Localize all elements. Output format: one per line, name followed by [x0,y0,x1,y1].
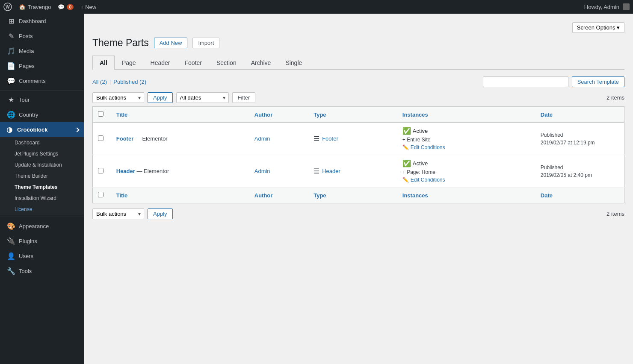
th-date[interactable]: Date [535,107,624,123]
sidebar-divider-1 [0,90,84,91]
top-bar-right: Howdy, Admin [584,3,630,10]
row2-pencil-icon: ✏️ [402,177,409,183]
bulk-actions-bottom-select[interactable]: Bulk actions Edit Move to Trash [92,208,144,219]
row1-type-label: Footer [322,135,338,142]
row1-instance-text: + Entire Site [402,137,530,143]
row2-title-dash: — Elementor [136,168,169,174]
actions-row-bottom: Bulk actions Edit Move to Trash Apply 2 … [92,208,624,219]
sidebar-item-country[interactable]: 🌐 Country [0,107,84,122]
select-all-checkbox-bottom[interactable] [98,192,104,197]
apply-button-top[interactable]: Apply [148,92,173,103]
bulk-actions-select[interactable]: Bulk actions Edit Move to Trash [92,92,144,103]
search-template-input[interactable] [483,76,568,87]
row1-title-link[interactable]: Footer [116,135,133,142]
submenu-item-license[interactable]: License [0,204,84,215]
items-count-top: 2 items [606,94,624,101]
row1-title-cell: Footer — Elementor [111,123,249,155]
tab-archive[interactable]: Archive [244,56,278,70]
tfh-instances[interactable]: Instances [397,188,535,203]
row2-instance-text: + Page: Home [402,169,530,175]
submenu-item-update[interactable]: Update & Installation [0,159,84,170]
row1-author-link[interactable]: Admin [254,135,270,142]
row2-type-cell: ☰ Header [308,155,397,188]
row2-author-link[interactable]: Admin [254,168,270,174]
tab-section[interactable]: Section [209,56,244,70]
sidebar-item-media[interactable]: 🎵 Media [0,44,84,59]
site-name[interactable]: 🏠 Travengo [19,4,51,10]
sidebar-item-appearance[interactable]: 🎨 Appearance [0,219,84,234]
row2-active-label: Active [413,160,428,167]
sidebar-item-posts[interactable]: ✎ Posts [0,29,84,44]
th-title[interactable]: Title [111,107,249,123]
submenu-item-theme-templates[interactable]: Theme Templates [0,182,84,193]
row1-edit-conditions[interactable]: ✏️ Edit Conditions [402,144,530,150]
row1-type-icon: ☰ [314,135,319,143]
row2-edit-conditions[interactable]: ✏️ Edit Conditions [402,177,530,183]
published-status-link[interactable]: Published (2) [113,79,146,85]
new-content-button[interactable]: + New [80,4,96,10]
screen-options-button[interactable]: Screen Options ▾ [572,22,624,33]
submenu-item-installation[interactable]: Installation Wizard [0,193,84,204]
search-template-button[interactable]: Search Template [572,76,624,87]
sidebar-item-pages[interactable]: 📄 Pages [0,59,84,73]
select-all-checkbox[interactable] [98,111,104,117]
row1-date-status: Published [541,131,619,139]
row1-date-cell: Published 2019/02/07 at 12:19 pm [535,123,624,155]
filter-button[interactable]: Filter [232,92,256,103]
row2-title-link[interactable]: Header [116,168,135,174]
sidebar-item-plugins[interactable]: 🔌 Plugins [0,234,84,249]
tour-icon: ★ [7,96,15,104]
page-title-row: Theme Parts Add New Import [92,37,624,49]
row2-type-icon: ☰ [314,167,319,175]
tab-single[interactable]: Single [278,56,309,70]
add-new-button[interactable]: Add New [154,38,188,48]
media-icon: 🎵 [7,47,15,55]
sidebar-item-dashboard[interactable]: ⊞ Dashboard [0,14,84,29]
tab-all[interactable]: All [92,56,115,70]
items-count-bottom: 2 items [606,211,624,217]
wp-logo-icon[interactable]: W [3,3,12,11]
row1-checkbox-cell [93,123,111,155]
svg-text:W: W [6,5,10,9]
pages-icon: 📄 [7,62,15,70]
th-instances[interactable]: Instances [397,107,535,123]
sidebar-item-users[interactable]: 👤 Users [0,249,84,264]
submenu-item-theme-builder[interactable]: Theme Builder [0,170,84,182]
sidebar-divider-2 [0,217,84,217]
th-checkbox [93,107,111,123]
tfh-checkbox [93,188,111,203]
tab-header[interactable]: Header [143,56,177,70]
top-bar: W 🏠 Travengo 💬 0 + New Howdy, Admin [0,0,633,14]
user-avatar[interactable] [623,3,630,10]
row1-date-value: 2019/02/07 at 12:19 pm [541,139,619,147]
dashboard-icon: ⊞ [7,17,15,25]
sidebar-item-crocoblock[interactable]: ◑ Crocoblock [0,122,84,137]
plugins-icon: 🔌 [7,237,15,245]
row2-active-icon: ✅ [402,159,411,167]
sidebar-item-tools[interactable]: 🔧 Tools [0,264,84,279]
tfh-author[interactable]: Author [249,188,308,203]
tfh-title[interactable]: Title [111,188,249,203]
sidebar-item-tour[interactable]: ★ Tour [0,92,84,107]
import-button[interactable]: Import [192,38,219,48]
sidebar-item-comments[interactable]: 💬 Comments [0,73,84,88]
template-table: Title Author Type Instances Date Footer … [92,106,624,203]
row2-checkbox[interactable] [98,168,104,173]
submenu-item-jetplugins[interactable]: JetPlugins Settings [0,148,84,159]
row1-checkbox[interactable] [98,135,104,141]
tfh-type[interactable]: Type [308,188,397,203]
tfh-date[interactable]: Date [535,188,624,203]
row1-type-cell: ☰ Footer [308,123,397,155]
dates-select[interactable]: All dates February 2019 [176,92,229,103]
tab-footer[interactable]: Footer [177,56,209,70]
apply-button-bottom[interactable]: Apply [148,208,173,219]
row1-active-icon: ✅ [402,127,411,135]
tab-page[interactable]: Page [115,56,143,70]
submenu-item-dashboard[interactable]: Dashboard [0,137,84,148]
row2-title-cell: Header — Elementor [111,155,249,188]
all-status-link[interactable]: All (2) [92,79,107,85]
th-type[interactable]: Type [308,107,397,123]
comments-link[interactable]: 💬 0 [58,4,74,10]
tabs-row: All Page Header Footer Section Archive S… [92,56,624,70]
th-author[interactable]: Author [249,107,308,123]
